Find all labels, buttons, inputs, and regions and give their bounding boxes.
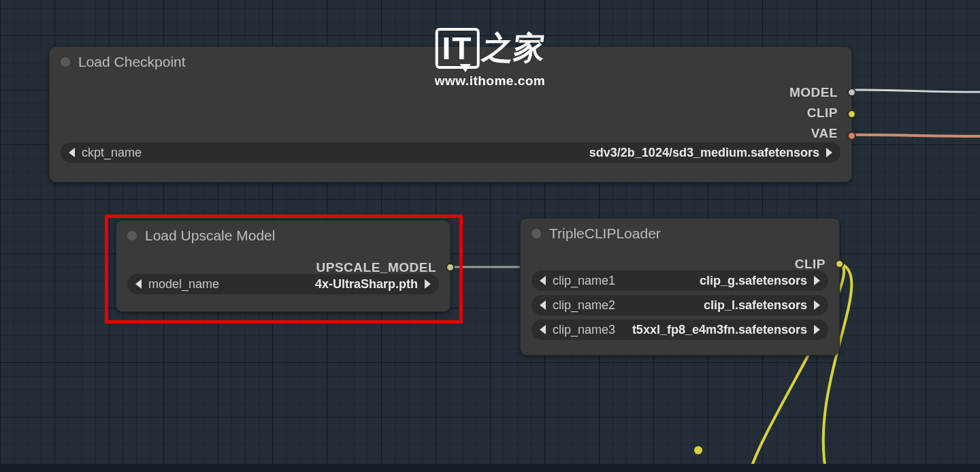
output-port-model[interactable] xyxy=(847,88,856,97)
bottom-bar xyxy=(0,464,980,472)
chevron-right-icon[interactable] xyxy=(814,276,820,285)
node-title: TripleCLIPLoader xyxy=(549,225,661,242)
widget-field-name: ckpt_name xyxy=(82,146,142,160)
widget-clip-name2[interactable]: clip_name2 clip_l.safetensors xyxy=(532,295,828,315)
widget-field-name: clip_name2 xyxy=(553,298,615,313)
chevron-left-icon[interactable] xyxy=(540,325,546,334)
chevron-right-icon[interactable] xyxy=(425,279,431,289)
node-header[interactable]: Load Checkpoint xyxy=(50,47,851,74)
widget-clip-name1[interactable]: clip_name1 clip_g.safetensors xyxy=(532,270,828,291)
output-label-upscale-model: UPSCALE_MODEL xyxy=(316,260,436,275)
collapse-dot-icon[interactable] xyxy=(532,229,541,238)
widget-field-value: clip_g.safetensors xyxy=(700,274,807,288)
collapse-dot-icon[interactable] xyxy=(61,57,70,67)
widget-field-name: clip_name1 xyxy=(553,274,615,288)
node-header[interactable]: TripleCLIPLoader xyxy=(521,219,839,246)
node-triple-clip-loader[interactable]: TripleCLIPLoader CLIP clip_name1 clip_g.… xyxy=(520,218,840,356)
chevron-left-icon[interactable] xyxy=(540,276,546,285)
output-label-clip: CLIP xyxy=(795,257,826,272)
output-port-upscale-model[interactable] xyxy=(446,263,455,272)
chevron-right-icon[interactable] xyxy=(826,148,832,157)
chevron-right-icon[interactable] xyxy=(814,300,820,310)
output-label-model: MODEL xyxy=(789,85,838,100)
node-header[interactable]: Load Upscale Model xyxy=(116,221,450,248)
node-title: Load Upscale Model xyxy=(145,227,275,244)
widget-clip-name3[interactable]: clip_name3 t5xxl_fp8_e4m3fn.safetensors xyxy=(532,319,828,340)
chevron-left-icon[interactable] xyxy=(69,148,75,157)
widget-field-name: clip_name3 xyxy=(553,323,615,337)
chevron-left-icon[interactable] xyxy=(135,279,142,289)
widget-field-value: sdv3/2b_1024/sd3_medium.safetensors xyxy=(589,146,819,160)
widget-field-name: model_name xyxy=(148,277,219,292)
node-load-checkpoint[interactable]: Load Checkpoint MODEL CLIP VAE ckpt_name… xyxy=(49,46,852,183)
chevron-left-icon[interactable] xyxy=(540,300,546,310)
widget-field-value: 4x-UltraSharp.pth xyxy=(315,277,418,292)
node-title: Load Checkpoint xyxy=(78,54,186,70)
widget-field-value: clip_l.safetensors xyxy=(704,298,807,313)
chevron-right-icon[interactable] xyxy=(814,325,820,334)
output-label-clip: CLIP xyxy=(807,106,838,121)
svg-point-0 xyxy=(694,446,702,454)
output-port-vae[interactable] xyxy=(847,131,856,140)
output-port-clip[interactable] xyxy=(847,110,856,119)
node-load-upscale-model[interactable]: Load Upscale Model UPSCALE_MODEL model_n… xyxy=(116,220,451,312)
output-label-vae: VAE xyxy=(811,126,838,141)
collapse-dot-icon[interactable] xyxy=(127,231,137,240)
widget-model-name[interactable]: model_name 4x-UltraSharp.pth xyxy=(127,274,439,294)
node-editor-canvas[interactable]: Load Checkpoint MODEL CLIP VAE ckpt_name… xyxy=(0,0,980,472)
widget-field-value: t5xxl_fp8_e4m3fn.safetensors xyxy=(632,323,807,337)
output-port-clip[interactable] xyxy=(835,259,844,268)
widget-ckpt-name[interactable]: ckpt_name sdv3/2b_1024/sd3_medium.safete… xyxy=(61,142,840,163)
